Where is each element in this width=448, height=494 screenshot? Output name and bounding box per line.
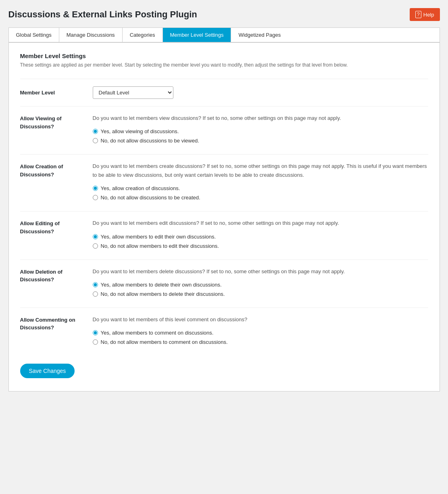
setting-row-allow-viewing: Allow Viewing of Discussions?Do you want… — [20, 106, 428, 154]
member-level-label: Member Level — [20, 90, 93, 96]
radio-label-allow-creation-1: No, do not allow discussions to be creat… — [101, 195, 200, 201]
radio-input-allow-viewing-0[interactable] — [93, 129, 98, 134]
tab-member-level-settings[interactable]: Member Level Settings — [163, 28, 231, 42]
page-title: Discussions & External Links Posting Plu… — [8, 9, 197, 20]
radio-option-allow-viewing-1[interactable]: No, do not allow discussions to be viewe… — [93, 138, 428, 144]
radio-label-allow-commenting-0: Yes, allow members to comment on discuss… — [101, 330, 214, 336]
setting-label-allow-creation: Allow Creation of Discussions? — [20, 162, 93, 178]
setting-content-allow-deletion: Do you want to let members delete discus… — [93, 267, 428, 300]
radio-input-allow-editing-0[interactable] — [93, 234, 98, 239]
radio-label-allow-editing-1: No, do not allow members to edit their d… — [101, 243, 219, 249]
radio-input-allow-creation-0[interactable] — [93, 186, 98, 191]
page-wrapper: Discussions & External Links Posting Plu… — [8, 8, 440, 391]
section-description: These settings are applied as per member… — [20, 61, 428, 69]
radio-label-allow-viewing-0: Yes, allow viewing of discussions. — [101, 128, 179, 134]
member-level-select[interactable]: Default LevelLevel 1Level 2Admin — [93, 86, 173, 99]
radio-input-allow-commenting-1[interactable] — [93, 339, 98, 345]
radio-label-allow-creation-0: Yes, allow creation of discussions. — [101, 185, 180, 191]
tab-widgetized-pages[interactable]: Widgetized Pages — [231, 28, 288, 42]
radio-input-allow-creation-1[interactable] — [93, 195, 98, 200]
tab-global-settings[interactable]: Global Settings — [9, 28, 59, 42]
tab-manage-discussions[interactable]: Manage Discussions — [59, 28, 123, 42]
section-title: Member Level Settings — [20, 52, 428, 59]
setting-label-allow-viewing: Allow Viewing of Discussions? — [20, 114, 93, 130]
radio-input-allow-commenting-0[interactable] — [93, 330, 98, 335]
radio-option-allow-viewing-0[interactable]: Yes, allow viewing of discussions. — [93, 128, 428, 134]
setting-row-allow-commenting: Allow Commenting on Discussions?Do you w… — [20, 308, 428, 356]
setting-content-allow-commenting: Do you want to let members of this level… — [93, 315, 428, 348]
help-button[interactable]: ? Help — [410, 8, 440, 21]
radio-input-allow-editing-1[interactable] — [93, 243, 98, 249]
content-card: Member Level Settings These settings are… — [8, 42, 440, 391]
setting-label-allow-deletion: Allow Deletion of Discussions? — [20, 267, 93, 284]
radio-option-allow-creation-0[interactable]: Yes, allow creation of discussions. — [93, 185, 428, 191]
setting-desc-allow-editing: Do you want to let members edit discussi… — [93, 219, 428, 228]
setting-content-allow-creation: Do you want to let members create discus… — [93, 162, 428, 204]
setting-desc-allow-creation: Do you want to let members create discus… — [93, 162, 428, 180]
radio-label-allow-commenting-1: No, do not allow members to comment on d… — [101, 339, 228, 345]
radio-option-allow-deletion-1[interactable]: No, do not allow members to delete their… — [93, 291, 428, 297]
radio-label-allow-deletion-0: Yes, allow members to delete their own d… — [101, 282, 222, 288]
radio-input-allow-deletion-1[interactable] — [93, 291, 98, 297]
tab-categories[interactable]: Categories — [123, 28, 163, 42]
radio-option-allow-creation-1[interactable]: No, do not allow discussions to be creat… — [93, 195, 428, 201]
setting-content-allow-viewing: Do you want to let members view discussi… — [93, 114, 428, 147]
settings-container: Allow Viewing of Discussions?Do you want… — [20, 106, 428, 356]
setting-desc-allow-commenting: Do you want to let members of this level… — [93, 315, 428, 324]
member-level-row: Member Level Default LevelLevel 1Level 2… — [20, 79, 428, 106]
help-button-label: Help — [423, 12, 434, 18]
setting-row-allow-creation: Allow Creation of Discussions?Do you wan… — [20, 154, 428, 211]
help-icon: ? — [415, 11, 421, 18]
save-changes-button[interactable]: Save Changes — [20, 364, 75, 378]
radio-input-allow-deletion-0[interactable] — [93, 282, 98, 287]
setting-row-allow-editing: Allow Editing of Discussions?Do you want… — [20, 211, 428, 259]
radio-option-allow-commenting-0[interactable]: Yes, allow members to comment on discuss… — [93, 330, 428, 336]
setting-label-allow-editing: Allow Editing of Discussions? — [20, 219, 93, 235]
radio-label-allow-deletion-1: No, do not allow members to delete their… — [101, 291, 225, 297]
radio-label-allow-editing-0: Yes, allow members to edit their own dis… — [101, 234, 216, 240]
setting-label-allow-commenting: Allow Commenting on Discussions? — [20, 315, 93, 332]
setting-desc-allow-viewing: Do you want to let members view discussi… — [93, 114, 428, 123]
radio-label-allow-viewing-1: No, do not allow discussions to be viewe… — [101, 138, 199, 144]
radio-input-allow-viewing-1[interactable] — [93, 138, 98, 143]
tabs-bar: Global SettingsManage DiscussionsCategor… — [8, 27, 440, 42]
radio-option-allow-deletion-0[interactable]: Yes, allow members to delete their own d… — [93, 282, 428, 288]
setting-desc-allow-deletion: Do you want to let members delete discus… — [93, 267, 428, 276]
page-header: Discussions & External Links Posting Plu… — [8, 8, 440, 21]
radio-option-allow-commenting-1[interactable]: No, do not allow members to comment on d… — [93, 339, 428, 345]
setting-content-allow-editing: Do you want to let members edit discussi… — [93, 219, 428, 252]
radio-option-allow-editing-0[interactable]: Yes, allow members to edit their own dis… — [93, 234, 428, 240]
setting-row-allow-deletion: Allow Deletion of Discussions?Do you wan… — [20, 260, 428, 308]
radio-option-allow-editing-1[interactable]: No, do not allow members to edit their d… — [93, 243, 428, 249]
